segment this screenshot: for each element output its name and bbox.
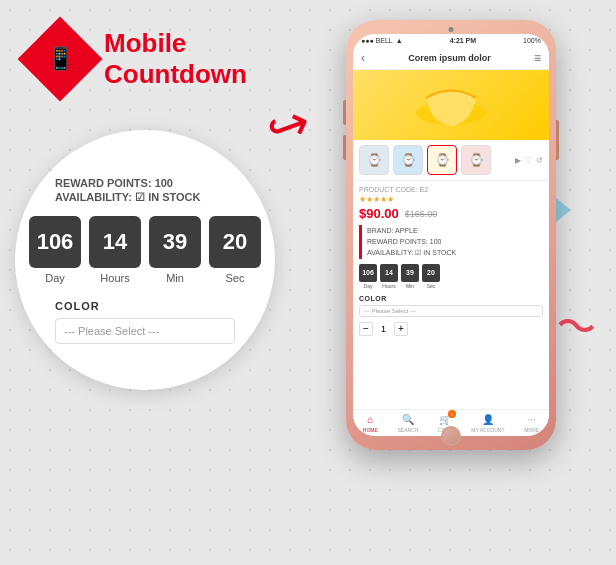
reward-label: REWARD POINTS: 100	[367, 236, 543, 247]
thumb-3[interactable]: ⌚	[427, 145, 457, 175]
status-right: 100%	[523, 37, 541, 44]
share-icon[interactable]: ↺	[536, 156, 543, 165]
countdown-row: 106 Day 14 Hours 39 Min 20 Sec	[29, 216, 261, 284]
account-icon: 👤	[482, 414, 494, 425]
brand-info: BRAND: APPLE REWARD POINTS: 100 AVAILABI…	[359, 225, 543, 259]
mini-min-val: 39	[401, 264, 419, 282]
thumb-2[interactable]: ⌚	[393, 145, 423, 175]
volume-up-button	[343, 100, 346, 125]
nav-account[interactable]: 👤 MY ACCOUNT	[471, 414, 504, 433]
nav-home[interactable]: ⌂ HOME	[363, 414, 378, 433]
zoom-availability-info: AVAILABILITY: ☑ IN STOCK	[55, 191, 235, 204]
mini-sec: 20 Sec	[422, 264, 440, 289]
thumb-1[interactable]: ⌚	[359, 145, 389, 175]
zoom-circle: ↩ REWARD POINTS: 100 AVAILABILITY: ☑ IN …	[15, 130, 275, 390]
nav-more[interactable]: ··· MORE	[524, 414, 539, 433]
carrier-text: ●●● BELL	[361, 37, 393, 44]
status-left: ●●● BELL ▲	[361, 37, 403, 44]
status-bar: ●●● BELL ▲ 4:21 PM 100%	[353, 34, 549, 47]
price-row: $90.00 $165.00	[359, 206, 543, 221]
color-select[interactable]: --- Please Select ---	[359, 305, 543, 317]
nav-search[interactable]: 🔍 SEARCH	[398, 414, 419, 433]
logo-line1: Mobile	[104, 28, 247, 59]
product-info: PRODUCT CODE: E2 ★★★★★ $90.00 $165.00 BR…	[353, 181, 549, 346]
cart-icon-wrapper: 🛒 0	[439, 414, 451, 425]
account-label: MY ACCOUNT	[471, 427, 504, 433]
price-new: $90.00	[359, 206, 399, 221]
color-section: COLOR --- Please Select ---	[359, 295, 543, 317]
countdown-hours-label: Hours	[100, 272, 129, 284]
product-code: PRODUCT CODE: E2	[359, 186, 543, 193]
phone-container: ●●● BELL ▲ 4:21 PM 100% ‹ Corem ipsum do…	[346, 20, 556, 450]
phone-nav: ‹ Corem ipsum dolor ≡	[353, 47, 549, 70]
logo-line2: Countdown	[104, 59, 247, 90]
countdown-day-value: 106	[29, 216, 81, 268]
mini-day: 106 Day	[359, 264, 377, 289]
power-button	[556, 120, 559, 160]
countdown-min-value: 39	[149, 216, 201, 268]
signal-icon: ▲	[396, 37, 403, 44]
mini-sec-val: 20	[422, 264, 440, 282]
color-label: COLOR	[359, 295, 543, 302]
qty-decrease-button[interactable]: −	[359, 322, 373, 336]
countdown-day-label: Day	[45, 272, 65, 284]
qty-increase-button[interactable]: +	[394, 322, 408, 336]
product-stars: ★★★★★	[359, 195, 543, 204]
search-icon: 🔍	[402, 414, 414, 425]
countdown-min-label: Min	[166, 272, 184, 284]
home-label: HOME	[363, 427, 378, 433]
video-icon[interactable]: ▶	[515, 156, 521, 165]
brand-label: BRAND: APPLE	[367, 225, 543, 236]
phone-screen: ●●● BELL ▲ 4:21 PM 100% ‹ Corem ipsum do…	[353, 34, 549, 436]
mini-min-label: Min	[406, 283, 414, 289]
zoom-color-select[interactable]: --- Please Select ---	[55, 318, 235, 344]
product-thumbnails: ⌚ ⌚ ⌚ ⌚ ▶ ♡ ↺	[353, 140, 549, 181]
home-icon: ⌂	[367, 414, 373, 425]
volume-down-button	[343, 135, 346, 160]
cart-badge: 0	[448, 410, 456, 418]
mini-day-label: Day	[364, 283, 373, 289]
mini-min: 39 Min	[401, 264, 419, 289]
thumb-4[interactable]: ⌚	[461, 145, 491, 175]
home-button[interactable]	[441, 426, 461, 446]
mini-hours-label: Hours	[382, 283, 395, 289]
countdown-min: 39 Min	[149, 216, 201, 284]
logo-area: 📱 Mobile Countdown	[30, 28, 247, 90]
countdown-hours-value: 14	[89, 216, 141, 268]
search-label: SEARCH	[398, 427, 419, 433]
mini-countdown: 106 Day 14 Hours 39 Min 20 Sec	[359, 264, 543, 289]
camera-dot	[449, 27, 454, 32]
mini-day-val: 106	[359, 264, 377, 282]
logo-icon: 📱	[47, 46, 74, 72]
more-label: MORE	[524, 427, 539, 433]
mini-sec-label: Sec	[427, 283, 436, 289]
zoom-color-label: COLOR	[55, 300, 235, 312]
product-main-image	[353, 70, 549, 140]
avail-label: AVAILABILITY: ☑ IN STOCK	[367, 247, 543, 258]
countdown-sec-label: Sec	[226, 272, 245, 284]
logo-diamond: 📱	[18, 17, 103, 102]
countdown-sec: 20 Sec	[209, 216, 261, 284]
qty-value: 1	[381, 324, 386, 334]
battery-text: 100%	[523, 37, 541, 44]
mini-hours: 14 Hours	[380, 264, 398, 289]
logo-text: Mobile Countdown	[104, 28, 247, 90]
action-icons: ▶ ♡ ↺	[515, 145, 543, 175]
qty-row: − 1 +	[359, 322, 543, 336]
phone-body: ●●● BELL ▲ 4:21 PM 100% ‹ Corem ipsum do…	[346, 20, 556, 450]
countdown-sec-value: 20	[209, 216, 261, 268]
status-time: 4:21 PM	[450, 37, 476, 44]
countdown-hours: 14 Hours	[89, 216, 141, 284]
price-old: $165.00	[405, 209, 438, 219]
back-button[interactable]: ‹	[361, 51, 365, 65]
more-icon: ···	[527, 414, 535, 425]
countdown-day: 106 Day	[29, 216, 81, 284]
menu-icon[interactable]: ≡	[534, 51, 541, 65]
mini-hours-val: 14	[380, 264, 398, 282]
page-title: Corem ipsum dolor	[408, 53, 491, 63]
heart-icon[interactable]: ♡	[525, 156, 532, 165]
zoom-reward-info: REWARD POINTS: 100	[55, 177, 235, 189]
